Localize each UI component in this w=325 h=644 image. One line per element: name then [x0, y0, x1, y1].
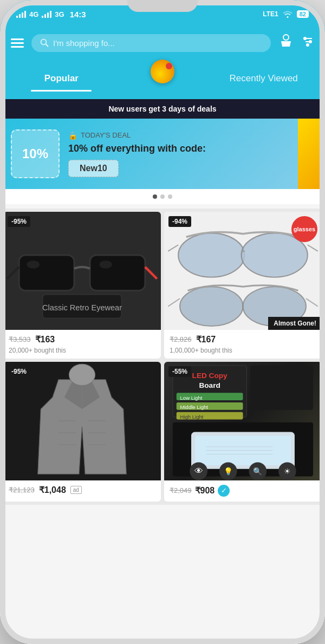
product-card-1[interactable]: Classic Retro Eyewear -95% ₹3,533 ₹163 2… [3, 212, 161, 359]
svg-line-26 [306, 298, 318, 307]
price-row-2: ₹2,826 ₹167 [170, 334, 316, 344]
product-info-4: ₹2,049 ₹908 ✓ [164, 480, 322, 501]
svg-point-27 [69, 365, 95, 386]
network-lte-label: LTE1 [263, 10, 278, 18]
sale-price-2: ₹167 [196, 334, 216, 344]
new-users-bar: New users get 3 days of deals [0, 99, 325, 119]
products-grid: Classic Retro Eyewear -95% ₹3,533 ₹163 2… [0, 209, 325, 505]
ad-label-3: ad [70, 486, 82, 494]
banner-right-strip [298, 119, 325, 189]
svg-point-0 [41, 40, 47, 45]
original-price-1: ₹3,533 [9, 335, 31, 343]
hamburger-button[interactable] [11, 38, 24, 48]
sale-price-1: ₹163 [35, 334, 55, 344]
signal-3g [42, 10, 51, 18]
svg-point-7 [309, 41, 311, 43]
coupon-card: 10% [11, 129, 60, 178]
led-board-img: LED Copy Board Low Light Middle Light H [164, 362, 322, 480]
svg-point-14 [100, 261, 112, 269]
svg-text:Low Light: Low Light [180, 395, 203, 401]
original-price-2: ₹2,826 [170, 335, 192, 343]
sold-count-1: 20,000+ bought this [9, 347, 155, 354]
wifi-icon [283, 10, 292, 18]
cart-icon [278, 34, 294, 49]
svg-text:☀: ☀ [284, 468, 291, 476]
svg-rect-9 [19, 255, 74, 290]
product-image-4: LED Copy Board Low Light Middle Light H [164, 362, 322, 480]
deal-code[interactable]: New10 [68, 160, 119, 177]
price-row-3: ₹21,123 ₹1,048 ad [9, 485, 155, 495]
svg-line-20 [168, 245, 178, 251]
dot-2[interactable] [160, 194, 165, 199]
svg-point-2 [283, 35, 289, 40]
svg-point-6 [304, 37, 306, 40]
svg-text:🔍: 🔍 [253, 467, 263, 477]
network-3g-label: 3G [55, 10, 64, 18]
product-info-3: ₹21,123 ₹1,048 ad [3, 480, 161, 502]
svg-rect-10 [90, 255, 145, 290]
almost-gone-badge: Almost Gone! [268, 317, 322, 330]
svg-text:Middle Light: Middle Light [180, 405, 209, 411]
product-bg-4: LED Copy Board Low Light Middle Light H [164, 362, 322, 480]
dot-3[interactable] [168, 194, 172, 199]
battery-level: 82 [297, 10, 309, 18]
product-card-4[interactable]: LED Copy Board Low Light Middle Light H [164, 362, 322, 501]
product-bg-3 [3, 362, 161, 480]
notch [127, 0, 198, 12]
banner-section: New users get 3 days of deals 10% 🔒 TODA… [0, 99, 325, 204]
svg-line-12 [145, 267, 157, 279]
cart-button[interactable] [278, 34, 294, 52]
svg-rect-41 [250, 366, 313, 410]
svg-text:High Light: High Light [180, 414, 204, 420]
product-image-2: -94% glasses Almost Gone! [164, 212, 322, 330]
svg-line-11 [7, 267, 19, 279]
time-display: 14:3 [70, 10, 86, 19]
search-bar[interactable]: I'm shopping fo... [31, 34, 271, 52]
price-row-4: ₹2,049 ₹908 ✓ [170, 485, 316, 497]
dot-1[interactable] [153, 194, 157, 199]
svg-text:LED Copy: LED Copy [192, 372, 228, 380]
tab-popular[interactable]: Popular [11, 68, 112, 92]
phone-frame: 4G 3G 14:3 LTE1 82 [0, 0, 325, 644]
category-badge-glasses: glasses [291, 216, 317, 242]
svg-text:💡: 💡 [224, 467, 233, 477]
tab-recently-viewed[interactable]: Recently Viewed [213, 68, 314, 92]
tab-flame[interactable] [112, 60, 213, 99]
product-card-3[interactable]: -95% ₹21,123 ₹1,048 ad [3, 362, 161, 501]
discount-badge-4: -55% [168, 366, 191, 377]
lock-icon: 🔒 [68, 131, 77, 140]
discount-badge-1: -95% [8, 216, 30, 227]
sale-price-3: ₹1,048 [39, 485, 66, 495]
coat-img [3, 362, 161, 480]
tab-popular-label: Popular [44, 73, 79, 83]
price-row-1: ₹3,533 ₹163 [9, 334, 155, 344]
coupon-percent: 10% [22, 146, 48, 161]
product-bg-1: Classic Retro Eyewear [3, 212, 161, 330]
search-placeholder: I'm shopping fo... [53, 38, 115, 48]
deal-title-row: 🔒 TODAY'S DEAL [68, 131, 314, 140]
original-price-4: ₹2,049 [170, 486, 192, 495]
carousel-dots [0, 189, 325, 204]
product-card-2[interactable]: -94% glasses Almost Gone! ₹2,826 ₹167 1,… [164, 212, 322, 359]
product-info-1: ₹3,533 ₹163 20,000+ bought this [3, 330, 161, 359]
tab-recently-viewed-label: Recently Viewed [230, 73, 298, 83]
discount-badge-2: -94% [168, 216, 191, 227]
svg-text:Board: Board [199, 381, 220, 389]
svg-line-25 [168, 298, 180, 307]
tabs-row: Popular Recently Viewed [11, 60, 314, 99]
product-image-3: -95% [3, 362, 161, 480]
network-4g-label: 4G [29, 10, 38, 18]
search-row: I'm shopping fo... [11, 34, 314, 52]
header: I'm shopping fo... [0, 28, 325, 99]
svg-point-22 [180, 287, 243, 326]
svg-text:Classic Retro Eyewear: Classic Retro Eyewear [42, 303, 122, 312]
status-right: LTE1 82 [263, 10, 309, 18]
svg-point-8 [307, 44, 309, 46]
filter-icon [301, 35, 314, 48]
deal-content: 🔒 TODAY'S DEAL 10% off everything with c… [68, 131, 314, 177]
original-price-3: ₹21,123 [9, 486, 35, 494]
discount-badge-3: -95% [8, 366, 30, 377]
filter-button[interactable] [301, 35, 314, 51]
svg-text:👁: 👁 [194, 466, 203, 476]
signal-4g [16, 10, 26, 18]
